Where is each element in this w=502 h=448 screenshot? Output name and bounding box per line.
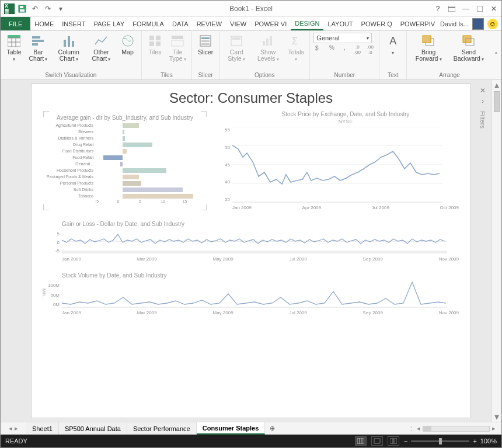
chart-avg-gain-bar[interactable]: Average gain - dlr by Sub_Industry, and … — [43, 111, 207, 210]
totals-icon: Σ — [289, 34, 303, 48]
hscroll-right-icon[interactable]: ▸ — [490, 425, 498, 432]
bar-row: Drug Retail — [46, 141, 204, 148]
svg-rect-2 — [20, 9, 25, 12]
minimize-icon[interactable]: — — [461, 4, 471, 14]
qat-customize-icon[interactable]: ▾ — [55, 4, 66, 14]
chart-stock-volume-line[interactable]: Stock Volume by Date, and Sub Industry M… — [43, 272, 459, 315]
zoom-slider[interactable] — [411, 440, 469, 442]
slicer-button[interactable]: Slicer — [196, 33, 215, 57]
currency-icon[interactable]: $ — [313, 44, 324, 55]
tab-design[interactable]: DESIGN — [291, 17, 323, 30]
sheet-nav-next-icon[interactable]: ▸ — [15, 425, 18, 432]
report-title[interactable]: Sector: Consumer Staples — [43, 90, 459, 106]
tile-type-button[interactable]: Tile Type — [168, 33, 189, 63]
svg-rect-23 — [172, 40, 183, 46]
text-size-button[interactable]: A — [383, 33, 403, 57]
column-chart-button[interactable]: Column Chart — [53, 33, 85, 63]
file-tab[interactable]: FILE — [1, 17, 30, 30]
scroll-thumb[interactable] — [494, 91, 500, 112]
tab-view[interactable]: VIEW — [226, 17, 250, 30]
comma-icon[interactable]: , — [339, 44, 350, 55]
filters-panel-label[interactable]: Filters — [479, 111, 486, 129]
bar-row: Tobacco — [46, 193, 204, 199]
popout-panel-icon[interactable]: › — [482, 97, 484, 105]
table-button[interactable]: Table — [4, 33, 24, 64]
other-chart-button[interactable]: Other Chart — [87, 33, 115, 63]
group-slicer: Slicer Slicer — [192, 31, 219, 79]
svg-rect-11 — [32, 36, 40, 39]
zoom-out-button[interactable]: − — [404, 437, 407, 444]
chart3-plot — [62, 228, 447, 254]
tab-formula[interactable]: FORMULA — [128, 17, 168, 30]
bring-forward-button[interactable]: Bring Forward — [410, 33, 447, 63]
sheet-tab-sector-performance[interactable]: Sector Performance — [127, 422, 197, 435]
totals-button[interactable]: ΣTotals — [286, 33, 306, 64]
add-sheet-button[interactable]: ⊕ — [265, 425, 280, 432]
percent-icon[interactable]: % — [326, 44, 337, 55]
page-break-view-icon[interactable] — [388, 436, 399, 446]
tab-page-lay[interactable]: PAGE LAY — [89, 17, 128, 30]
tab-home[interactable]: HOME — [30, 17, 58, 30]
collapse-ribbon-icon[interactable]: ˄ — [492, 51, 501, 59]
page-layout-view-icon[interactable] — [371, 436, 383, 446]
show-levels-button[interactable]: Show Levels — [252, 33, 284, 63]
close-icon[interactable]: ✕ — [489, 4, 499, 14]
chart4-plot — [62, 280, 447, 308]
user-name[interactable]: David Is... — [440, 20, 469, 27]
tab-layout[interactable]: LAYOUT — [323, 17, 357, 30]
chart1-title: Average gain - dlr by Sub_Industry, and … — [46, 114, 204, 121]
normal-view-icon[interactable] — [355, 436, 367, 446]
tiles-button[interactable]: Tiles — [145, 33, 165, 57]
ribbon-options-icon[interactable] — [447, 4, 457, 14]
chart2-subtitle: NYSE — [232, 119, 459, 124]
undo-icon[interactable]: ↶ — [30, 4, 40, 14]
vertical-scrollbar[interactable]: ▴ ▾ — [491, 80, 501, 422]
chart-stock-price-line[interactable]: Stock Price by Exchange, Date, and Sub I… — [214, 111, 459, 210]
zoom-level[interactable]: 100% — [480, 437, 497, 444]
sheet-tab-sheet1[interactable]: Sheet1 — [26, 422, 59, 435]
svg-rect-21 — [156, 41, 161, 46]
redo-icon[interactable]: ↷ — [43, 4, 53, 14]
card-style-button[interactable]: Card Style — [223, 33, 250, 63]
group-options: Card Style Show Levels ΣTotals Options — [219, 31, 310, 79]
hscroll-left-icon[interactable]: ◂ — [414, 425, 423, 432]
maximize-icon[interactable] — [475, 4, 485, 14]
tab-power-q[interactable]: POWER Q — [357, 17, 396, 30]
sheet-tab-sp500-annual-data[interactable]: SP500 Annual Data — [59, 422, 127, 435]
chart-gain-loss-line[interactable]: Gain or Loss - Dollar by Date, and Sub I… — [43, 221, 459, 262]
excel-icon[interactable]: X ≣ — [4, 4, 15, 14]
save-icon[interactable] — [17, 4, 27, 14]
tab-powerpiv[interactable]: POWERPIV — [396, 17, 439, 30]
increase-decimal-icon[interactable]: .0.00 — [352, 44, 362, 55]
svg-rect-5 — [477, 6, 483, 12]
scroll-down-icon[interactable]: ▾ — [492, 412, 501, 422]
group-title-number: Number — [313, 71, 375, 79]
hscroll-thumb[interactable] — [423, 426, 431, 431]
tab-data[interactable]: DATA — [168, 17, 193, 30]
powerview-surface[interactable]: ✕ › Filters Sector: Consumer Staples Ave… — [31, 84, 471, 418]
svg-rect-6 — [8, 35, 20, 38]
decrease-decimal-icon[interactable]: .00.0 — [365, 44, 375, 55]
svg-rect-51 — [394, 438, 397, 444]
sheet-tab-consumer-staples[interactable]: Consumer Staples — [197, 422, 266, 435]
feedback-smiley-icon[interactable]: ☺ — [487, 19, 498, 29]
group-number: General▾ $ % , .0.00 .00.0 Number — [310, 31, 379, 79]
close-panel-icon[interactable]: ✕ — [480, 86, 486, 95]
horizontal-scrollbar[interactable]: ⋮ ◂ ▸ — [408, 425, 501, 432]
map-button[interactable]: Map — [118, 33, 138, 57]
zoom-in-button[interactable]: + — [473, 437, 476, 444]
svg-rect-19 — [156, 36, 161, 40]
scroll-up-icon[interactable]: ▴ — [492, 80, 501, 90]
send-backward-button[interactable]: Send Backward — [449, 33, 489, 63]
tab-review[interactable]: REVIEW — [193, 17, 226, 30]
number-format-select[interactable]: General▾ — [313, 33, 372, 43]
chart3-scrubber[interactable] — [62, 251, 447, 253]
chart2-title: Stock Price by Exchange, Date, and Sub I… — [232, 111, 459, 117]
tab-power-vi[interactable]: POWER VI — [250, 17, 291, 30]
bar-chart-button[interactable]: Bar Chart — [26, 33, 50, 63]
help-icon[interactable]: ? — [433, 4, 443, 14]
user-avatar-icon[interactable] — [472, 18, 484, 30]
sheet-nav-prev-icon[interactable]: ◂ — [9, 425, 12, 432]
ribbon-tab-strip: FILE HOMEINSERTPAGE LAYFORMULADATAREVIEW… — [1, 17, 501, 31]
tab-insert[interactable]: INSERT — [58, 17, 89, 30]
